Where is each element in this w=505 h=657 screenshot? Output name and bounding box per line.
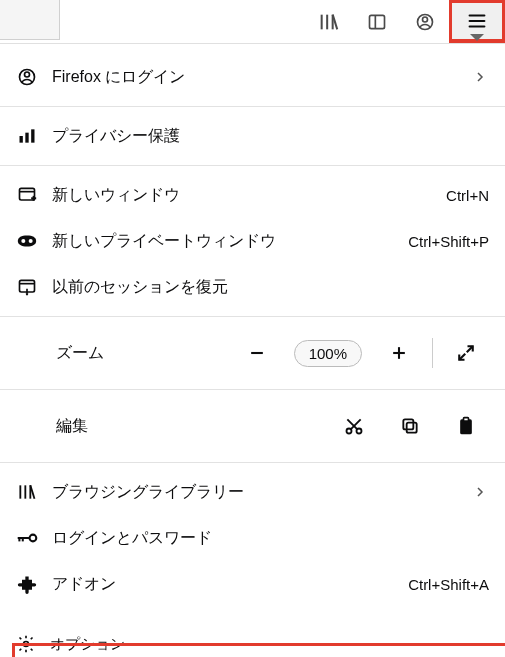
menu-item-logins[interactable]: ログインとパスワード [0,515,505,561]
highlight-annotation [12,643,505,657]
paste-button[interactable] [443,408,489,444]
browser-toolbar [0,0,505,44]
svg-rect-13 [20,136,23,143]
zoom-in-button[interactable] [376,335,422,371]
zoom-out-button[interactable] [234,335,280,371]
divider [432,338,433,368]
menu-label: ブラウジングライブラリー [52,482,457,503]
key-icon [16,531,38,545]
menu-item-restore-session[interactable]: 以前のセッションを復元 [0,264,505,310]
separator [0,462,505,463]
library-icon [318,11,340,33]
svg-rect-37 [464,418,469,421]
keyboard-shortcut: Ctrl+Shift+A [408,576,489,593]
plus-icon [389,343,409,363]
menu-item-library[interactable]: ブラウジングライブラリー [0,469,505,515]
menu-item-new-window[interactable]: 新しいウィンドウ Ctrl+N [0,172,505,218]
app-menu-panel: Firefox にログイン プライバシー保護 [0,44,505,607]
svg-point-42 [30,535,37,542]
fullscreen-icon [457,344,475,362]
svg-point-21 [29,239,33,243]
menu-label: アドオン [52,574,394,595]
chart-icon [16,126,38,146]
zoom-level-display[interactable]: 100% [294,340,362,367]
menu-label: 新しいウィンドウ [52,185,432,206]
chevron-right-icon [471,486,489,498]
svg-point-20 [21,239,25,243]
separator [0,106,505,107]
minus-icon [247,343,267,363]
library-toolbar-button[interactable] [305,0,353,43]
account-toolbar-button[interactable] [401,0,449,43]
sidebar-icon [367,12,387,32]
copy-icon [400,416,420,436]
menu-item-privacy[interactable]: プライバシー保護 [0,113,505,159]
account-icon [16,67,38,87]
cut-button[interactable] [331,408,377,444]
zoom-controls-row: ズーム 100% [0,323,505,383]
edit-controls-row: 編集 [0,396,505,456]
keyboard-shortcut: Ctrl+Shift+P [408,233,489,250]
restore-session-icon [16,277,38,297]
fullscreen-button[interactable] [443,335,489,371]
separator [0,316,505,317]
menu-item-new-private-window[interactable]: 新しいプライベートウィンドウ Ctrl+Shift+P [0,218,505,264]
copy-button[interactable] [387,408,433,444]
cut-icon [344,416,364,436]
private-mask-icon [16,234,38,248]
keyboard-shortcut: Ctrl+N [446,187,489,204]
separator [0,389,505,390]
menu-label: 以前のセッションを復元 [52,277,489,298]
new-window-icon [16,185,38,205]
menu-label: 新しいプライベートウィンドウ [52,231,394,252]
paste-icon [456,416,476,436]
library-icon [16,482,38,502]
svg-rect-34 [407,423,417,433]
svg-point-7 [423,17,428,22]
edit-label: 編集 [56,416,88,437]
menu-label: プライバシー保護 [52,126,489,147]
svg-rect-14 [25,133,28,143]
addons-icon [16,574,38,594]
zoom-label: ズーム [56,343,104,364]
svg-point-12 [25,72,30,77]
tab-spacer [0,0,60,40]
svg-rect-35 [403,419,413,429]
menu-item-firefox-login[interactable]: Firefox にログイン [0,54,505,100]
account-icon [415,12,435,32]
svg-rect-15 [31,129,34,142]
sidebar-toolbar-button[interactable] [353,0,401,43]
app-menu-button[interactable] [449,0,505,43]
separator [0,165,505,166]
hamburger-icon [466,10,488,32]
menu-item-addons[interactable]: アドオン Ctrl+Shift+A [0,561,505,607]
menu-label: Firefox にログイン [52,67,457,88]
svg-rect-4 [370,15,385,28]
menu-label: ログインとパスワード [52,528,489,549]
chevron-right-icon [471,71,489,83]
